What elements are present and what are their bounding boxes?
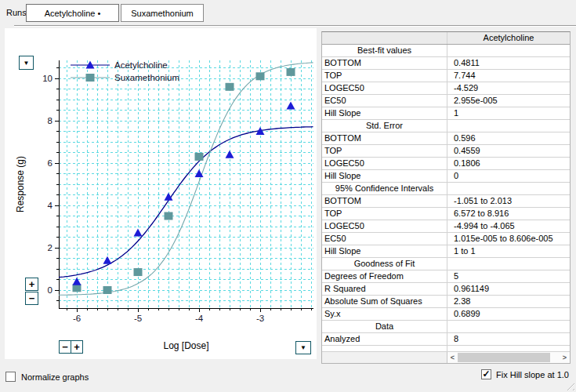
y-zoom-in-button[interactable]: +: [25, 278, 38, 291]
horizontal-scrollbar[interactable]: < >: [447, 352, 570, 363]
row-label[interactable]: BOTTOM: [322, 132, 447, 144]
application-window: Runs: Acetylcholine • Suxamethonium 0246…: [0, 0, 576, 392]
row-value[interactable]: [447, 45, 570, 56]
x-axis-options-button[interactable]: ▼: [295, 341, 311, 354]
svg-text:8: 8: [48, 116, 53, 125]
scrollbar-thumb[interactable]: [458, 353, 550, 362]
row-value[interactable]: 2.38: [447, 296, 570, 307]
row-value[interactable]: 1: [447, 107, 570, 119]
row-label[interactable]: Degrees of Freedom: [322, 270, 447, 282]
section-header[interactable]: Goodness of Fit: [322, 258, 447, 270]
row-label[interactable]: LOGEC50: [322, 82, 447, 94]
row-label[interactable]: BOTTOM: [322, 57, 447, 69]
graph-panel: 0246810-6-5-4-3Response (g)Log [Dose]Ace…: [5, 28, 317, 359]
table-row: EC501.015e-005 to 8.606e-005: [322, 233, 570, 245]
y-zoom-out-button[interactable]: −: [25, 292, 38, 305]
section-header[interactable]: Std. Error: [322, 120, 447, 132]
table-row: LOGEC500.1806: [322, 158, 570, 170]
section-header[interactable]: Best-fit values: [322, 45, 447, 56]
run-tab-acetylcholine[interactable]: Acetylcholine •: [26, 4, 119, 22]
row-label[interactable]: EC50: [322, 233, 447, 245]
plot-grid: [59, 60, 313, 308]
table-row: Sy.x0.6899: [322, 308, 570, 321]
row-label[interactable]: EC50: [322, 95, 447, 107]
row-value[interactable]: 7.744: [447, 70, 570, 82]
table-row: BOTTOM0.596: [322, 132, 570, 145]
table-row: TOP7.744: [322, 70, 570, 82]
row-value[interactable]: [447, 258, 570, 270]
chevron-down-icon: ▼: [24, 60, 30, 67]
legend-label-suxamethonium: Suxamethonium: [114, 73, 179, 82]
resize-grip-icon[interactable]: [563, 379, 574, 390]
scroll-right-icon[interactable]: >: [560, 352, 570, 363]
row-value[interactable]: -4.529: [447, 82, 570, 94]
y-axis-options-button[interactable]: ▼: [19, 56, 34, 70]
table-row: Hill Slope1: [322, 107, 570, 120]
row-label[interactable]: TOP: [322, 70, 447, 82]
row-value[interactable]: -4.994 to -4.065: [447, 220, 570, 232]
row-label[interactable]: TOP: [322, 208, 447, 220]
row-value[interactable]: 0.961149: [447, 283, 570, 295]
row-value[interactable]: 0.6899: [447, 308, 570, 320]
row-value[interactable]: 6.572 to 8.916: [447, 208, 570, 220]
table-row: Hill Slope1 to 1: [322, 245, 570, 258]
minus-icon: −: [62, 341, 68, 353]
section-header[interactable]: Data: [322, 321, 447, 332]
row-label[interactable]: Hill Slope: [322, 170, 447, 182]
svg-text:6: 6: [48, 158, 53, 168]
row-value[interactable]: [447, 321, 570, 332]
row-value[interactable]: [447, 183, 570, 194]
section-header[interactable]: 95% Confidence Intervals: [322, 183, 447, 194]
row-value[interactable]: 8: [447, 333, 570, 345]
row-value[interactable]: 0.596: [447, 132, 570, 144]
row-value[interactable]: 1.015e-005 to 8.606e-005: [447, 233, 570, 245]
table-section-row: Std. Error: [322, 120, 570, 132]
x-zoom-out-button[interactable]: −: [59, 340, 71, 354]
row-label[interactable]: Hill Slope: [322, 245, 447, 257]
dose-response-chart[interactable]: 0246810-6-5-4-3Response (g)Log [Dose]Ace…: [5, 28, 317, 359]
row-label[interactable]: TOP: [322, 145, 447, 157]
row-value[interactable]: 0.4811: [447, 57, 570, 69]
svg-text:-4: -4: [195, 314, 204, 323]
svg-text:0: 0: [48, 285, 53, 295]
axes: [55, 60, 313, 312]
row-value[interactable]: 5: [447, 270, 570, 282]
scroll-left-icon[interactable]: <: [447, 352, 458, 363]
data-points-acetylcholine: [73, 102, 295, 285]
table-row: Degrees of Freedom5: [322, 270, 570, 283]
svg-text:10: 10: [42, 74, 53, 83]
plus-icon: +: [74, 341, 80, 353]
fix-hill-slope-checkbox[interactable]: ✓: [481, 369, 491, 379]
svg-text:4: 4: [48, 201, 53, 210]
row-label[interactable]: Hill Slope: [322, 107, 447, 119]
table-row: TOP6.572 to 8.916: [322, 208, 570, 220]
table-scroll-row: < >: [322, 352, 570, 363]
row-label[interactable]: BOTTOM: [322, 195, 447, 207]
row-label[interactable]: R Squared: [322, 283, 447, 295]
run-tab-suxamethonium[interactable]: Suxamethonium: [121, 4, 204, 22]
table-row: EC502.955e-005: [322, 95, 570, 107]
y-axis-title: Response (g): [15, 156, 26, 212]
table-section-row: 95% Confidence Intervals: [322, 183, 570, 195]
row-label[interactable]: LOGEC50: [322, 158, 447, 169]
row-label[interactable]: Absolute Sum of Squares: [322, 296, 447, 307]
row-label[interactable]: Sy.x: [322, 308, 447, 320]
row-value[interactable]: 0: [447, 170, 570, 182]
x-zoom-in-button[interactable]: +: [71, 340, 83, 354]
row-label[interactable]: Analyzed: [322, 333, 447, 345]
table-row: Analyzed8: [322, 333, 570, 346]
row-value[interactable]: 2.955e-005: [447, 95, 570, 107]
row-value[interactable]: 0.1806: [447, 158, 570, 169]
normalize-graphs-checkbox[interactable]: [5, 372, 16, 382]
plus-icon: +: [29, 278, 35, 290]
column-header-acetylcholine[interactable]: Acetylcholine: [447, 32, 570, 44]
check-icon: ✓: [482, 370, 490, 378]
row-label[interactable]: LOGEC50: [322, 220, 447, 232]
row-value[interactable]: 0.4559: [447, 145, 570, 157]
row-value[interactable]: 1 to 1: [447, 245, 570, 257]
row-value[interactable]: -1.051 to 2.013: [447, 195, 570, 207]
normalize-graphs-label: Normalize graphs: [21, 372, 89, 382]
row-value[interactable]: [447, 120, 570, 132]
svg-text:-6: -6: [73, 314, 81, 323]
svg-text:-3: -3: [256, 314, 264, 323]
